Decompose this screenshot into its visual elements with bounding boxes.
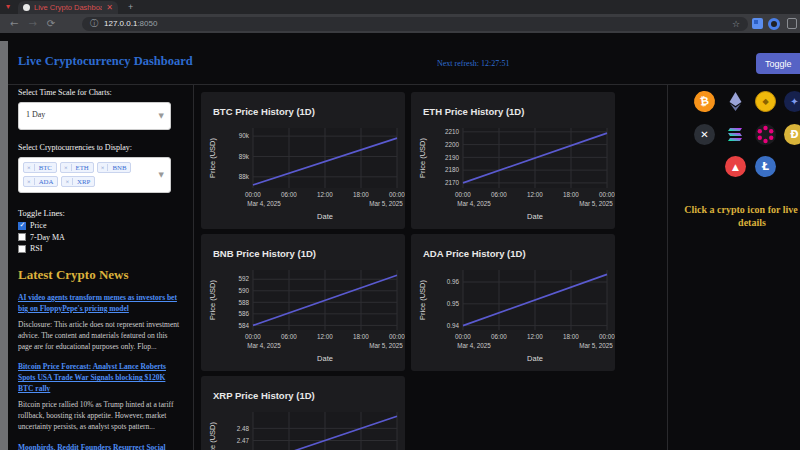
time-scale-value: 1 Day [26,110,45,119]
svg-text:BTC Price History (1D): BTC Price History (1D) [213,106,315,117]
crypto-chip-btc[interactable]: ×BTC [23,162,57,173]
svg-text:06:00: 06:00 [491,191,507,198]
svg-text:18:00: 18:00 [563,333,579,340]
chart-card-ada[interactable]: 0.940.950.9600:0006:0012:0018:0000:00Mar… [411,234,615,371]
browser-menu-icon[interactable] [787,18,797,29]
svg-text:Mar 4, 2025: Mar 4, 2025 [457,200,491,207]
url-bar[interactable]: ⓘ 127.0.0.1 :8050 ☆ [82,17,748,31]
polkadot-glyph [755,124,776,145]
toggle-rsi[interactable]: RSI [18,244,182,253]
url-host: 127.0.0.1 [104,19,137,28]
svg-text:Date: Date [317,212,333,221]
crypto-chip-eth[interactable]: ×ETH [60,162,94,173]
crypto-chip-bnb[interactable]: ×BNB [97,162,132,173]
crypto-select-label: Select Cryptocurrencies to Display: [18,143,182,152]
litecoin-icon[interactable]: Ł [755,156,776,177]
window-edge [0,41,8,450]
svg-text:18:00: 18:00 [563,191,579,198]
cardano-icon[interactable]: ✦ [784,91,800,112]
svg-text:12:00: 12:00 [527,333,543,340]
svg-text:2180: 2180 [445,166,460,173]
news-heading: Latest Crypto News [18,267,182,283]
ethereum-icon[interactable] [725,91,746,112]
chart-card-btc[interactable]: 88k89k90k00:0006:0012:0018:0000:00Mar 4,… [201,92,405,229]
svg-text:Mar 5, 2025: Mar 5, 2025 [369,342,403,349]
bnb-icon[interactable]: ◆ [755,91,776,112]
xrp-icon[interactable]: ✕ [694,124,715,145]
tab-close-icon[interactable]: ✕ [106,3,113,12]
svg-text:12:00: 12:00 [527,191,543,198]
svg-text:584: 584 [238,322,249,329]
page-title: Live Cryptocurrency Dashboard [18,54,193,69]
svg-text:590: 590 [238,287,249,294]
profile-avatar[interactable] [768,18,780,30]
bookmark-star-icon[interactable]: ☆ [732,19,740,29]
back-icon[interactable]: ← [10,18,18,29]
extension-icon[interactable] [752,18,763,29]
chart-card-eth[interactable]: 2170218021902200221000:0006:0012:0018:00… [411,92,615,229]
svg-text:2170: 2170 [445,179,460,186]
chip-remove-icon[interactable]: × [24,164,35,171]
svg-text:Date: Date [317,354,333,363]
news-item: Moonbirds, Reddit Founders Resurrect Soc… [18,443,182,450]
svg-text:00:00: 00:00 [389,333,405,340]
svg-text:592: 592 [238,275,249,282]
svg-text:2190: 2190 [445,154,460,161]
price-checkbox[interactable] [18,222,26,230]
rsi-checkbox[interactable] [18,245,26,253]
polkadot-icon[interactable] [755,124,776,145]
bitcoin-icon[interactable]: ₿ [693,90,717,114]
browser-chrome: ▾ Live Crypto Dashboard ✕ + ← → ⟳ ⓘ 127.… [0,0,800,33]
svg-text:00:00: 00:00 [455,333,471,340]
header-divider [8,84,800,85]
toggle-label: 7-Day MA [30,233,65,242]
chart-card-xrp[interactable]: 2.452.462.472.4800:0006:0012:0018:0000:0… [201,376,405,450]
price-chart: 0.940.950.9600:0006:0012:0018:0000:00Mar… [411,234,615,371]
svg-text:Price (USD): Price (USD) [418,280,427,321]
news-headline-link[interactable]: Bitcoin Price Forecast: Analyst Lance Ro… [18,362,182,395]
reload-icon[interactable]: ⟳ [47,18,55,29]
browser-tab[interactable]: Live Crypto Dashboard ✕ [18,1,118,14]
crypto-chip-xrp[interactable]: ×XRP [61,176,95,187]
tab-title: Live Crypto Dashboard [34,3,102,12]
svg-text:588: 588 [238,299,249,306]
svg-text:90k: 90k [239,132,250,139]
news-item: Bitcoin Price Forecast: Analyst Lance Ro… [18,362,182,432]
svg-text:Mar 5, 2025: Mar 5, 2025 [579,200,613,207]
chart-card-bnb[interactable]: 58458658859059200:0006:0012:0018:0000:00… [201,234,405,371]
chip-remove-icon[interactable]: × [62,178,73,185]
crypto-chip-ada[interactable]: ×ADA [23,176,58,187]
svg-text:Mar 4, 2025: Mar 4, 2025 [247,200,281,207]
svg-text:BNB Price History (1D): BNB Price History (1D) [213,248,316,259]
tabstrip-caret-icon[interactable]: ▾ [6,2,10,11]
tab-favicon-icon [23,4,30,11]
solana-icon[interactable] [725,124,746,145]
chip-remove-icon[interactable]: × [61,164,72,171]
chip-remove-icon[interactable]: × [98,164,109,171]
site-info-icon[interactable]: ⓘ [90,18,98,29]
toggle-theme-button[interactable]: Toggle [756,53,800,74]
forward-icon[interactable]: → [28,18,36,29]
sidebar-divider [193,84,194,450]
svg-text:0.95: 0.95 [447,300,460,307]
new-tab-button[interactable]: + [128,2,133,12]
next-refresh-label: Next refresh: 12:27:51 [437,59,509,68]
news-headline-link[interactable]: Moonbirds, Reddit Founders Resurrect Soc… [18,443,182,450]
chevron-down-icon: ▼ [159,171,164,179]
url-port: :8050 [137,19,157,28]
ma-checkbox[interactable] [18,233,26,241]
svg-text:18:00: 18:00 [353,191,369,198]
crypto-multiselect[interactable]: ×BTC ×ETH ×BNB ×ADA ×XRP ▼ [18,157,171,193]
dogecoin-icon[interactable]: Ð [784,124,800,145]
toggle-7day-ma[interactable]: 7-Day MA [18,233,182,242]
toggle-price[interactable]: Price [18,221,182,230]
time-scale-dropdown[interactable]: 1 Day ▼ [18,102,171,130]
svg-text:2200: 2200 [445,141,460,148]
avalanche-icon[interactable]: ▲ [725,156,746,177]
chip-remove-icon[interactable]: × [24,178,35,185]
svg-text:12:00: 12:00 [317,191,333,198]
svg-text:Date: Date [527,212,543,221]
news-headline-link[interactable]: AI video agents transform memes as inves… [18,293,182,315]
svg-text:00:00: 00:00 [599,191,615,198]
svg-text:586: 586 [238,310,249,317]
